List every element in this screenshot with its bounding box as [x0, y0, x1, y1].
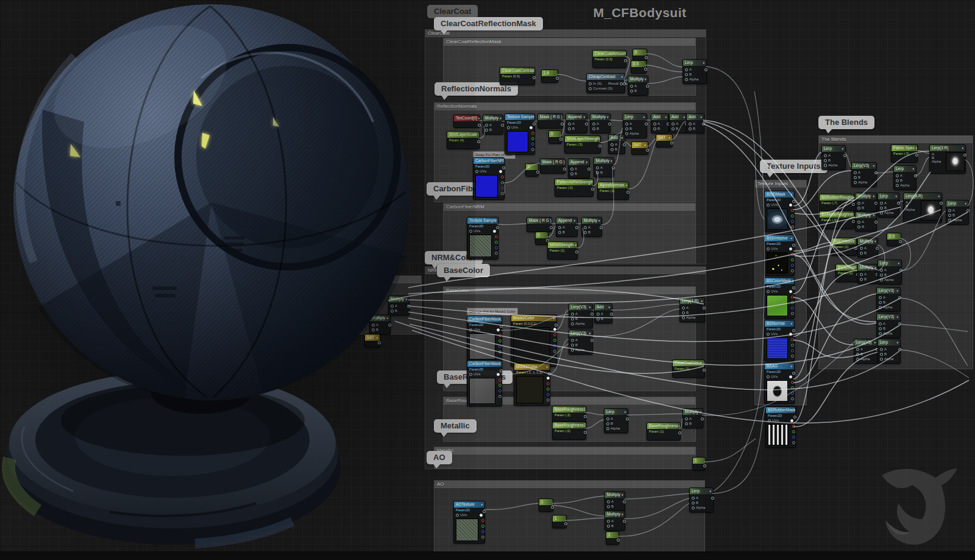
collapse-caret-icon[interactable]: ▾: [668, 135, 670, 141]
pin-b[interactable]: [791, 392, 794, 395]
collapse-caret-icon[interactable]: ▾: [665, 114, 667, 120]
output-pin[interactable]: [584, 415, 587, 418]
node-lerp-3-r[interactable]: Lerp(3 R)▾ABAlpha: [929, 144, 966, 174]
output-pin[interactable]: [500, 369, 503, 372]
output-pin[interactable]: [854, 247, 857, 250]
node-texture-sample[interactable]: Texture Sample▾Param2DUVs: [467, 217, 498, 260]
node-alphanormals[interactable]: AlphaNormals▾Param (1): [597, 182, 629, 200]
pin-r[interactable]: [791, 253, 794, 256]
output-pin[interactable]: [793, 416, 796, 419]
collapse-caret-icon[interactable]: ▾: [700, 114, 702, 120]
node-sat[interactable]: SAT▾: [631, 141, 648, 155]
comment-header[interactable]: Texture Inputs: [755, 180, 806, 188]
collapse-caret-icon[interactable]: ▾: [962, 145, 963, 151]
node-mock1color[interactable]: Mock1Color▾Param (.1,.1,.1,1): [514, 363, 550, 406]
node-1[interactable]: 1: [692, 457, 706, 470]
node-lerp[interactable]: Lerp▾ABAlpha: [878, 339, 901, 364]
collapse-caret-icon[interactable]: ▾: [608, 304, 610, 310]
node-0[interactable]: 0: [535, 232, 548, 245]
node-lerp-v3[interactable]: Lerp(V3)▾ABAlpha: [876, 287, 901, 312]
output-pin[interactable]: [966, 209, 970, 212]
node-lerp[interactable]: Lerp▾ABAlpha: [689, 487, 714, 512]
output-pin[interactable]: [898, 322, 901, 325]
node-multiply[interactable]: Multiply▾AB: [604, 511, 625, 531]
collapse-caret-icon[interactable]: ▾: [896, 288, 898, 294]
output-pin[interactable]: [703, 307, 706, 310]
node-bsnormal[interactable]: BSNormal▾Param (1): [835, 264, 859, 282]
node-mask-r-g[interactable]: Mask ( R G )▾: [537, 113, 563, 129]
collapse-caret-icon[interactable]: ▾: [790, 191, 792, 197]
output-pin[interactable]: [548, 372, 551, 375]
collapse-caret-icon[interactable]: ▾: [790, 321, 792, 327]
node-multiply[interactable]: Multiply▾AB: [628, 76, 648, 96]
output-pin[interactable]: [856, 273, 859, 276]
output-pin[interactable]: [551, 506, 554, 509]
material-preview-sphere[interactable]: [0, 0, 975, 560]
pin-r[interactable]: [498, 378, 502, 381]
output-pin[interactable]: [914, 174, 917, 177]
output-pin[interactable]: [585, 122, 588, 126]
collapse-caret-icon[interactable]: ▾: [621, 135, 623, 141]
output-pin[interactable]: [646, 149, 649, 152]
comment-header[interactable]: ReflectionNormals: [434, 103, 695, 110]
node-lerp[interactable]: Lerp▾ABAlpha: [623, 113, 647, 138]
comment-header[interactable]: CarbonFiberNRM: [444, 204, 695, 211]
output-pin[interactable]: [600, 226, 603, 229]
output-pin[interactable]: [626, 191, 629, 194]
pin-r[interactable]: [791, 296, 794, 299]
node-0-5[interactable]: 0.5: [887, 233, 901, 246]
node-0[interactable]: 0: [525, 163, 539, 177]
output-pin[interactable]: [546, 239, 549, 242]
collapse-caret-icon[interactable]: ▾: [703, 360, 704, 366]
pin-r[interactable]: [791, 209, 794, 212]
output-pin[interactable]: [646, 85, 649, 88]
output-pin[interactable]: [501, 124, 504, 127]
pin-g[interactable]: [791, 344, 794, 347]
node-carbonfibermask1[interactable]: CarbonFiberMask1▾Param2DUVs: [467, 360, 502, 406]
collapse-caret-icon[interactable]: ▾: [546, 364, 548, 370]
node-mock2color[interactable]: Mock2Color▾Param (0,0,0,1): [511, 314, 557, 367]
collapse-caret-icon[interactable]: ▾: [873, 163, 874, 169]
output-pin[interactable]: [626, 417, 629, 420]
output-pin[interactable]: [703, 464, 706, 467]
node-add[interactable]: Add▾AB: [608, 134, 625, 154]
node-multiply[interactable]: Multiply▾AB: [483, 115, 503, 135]
node-lerp[interactable]: Lerp▾ABAlpha: [893, 165, 916, 190]
collapse-caret-icon[interactable]: ▾: [701, 298, 703, 304]
collapse-caret-icon[interactable]: ▾: [874, 264, 876, 271]
node-bsao[interactable]: BSAO▾Param2DUVs: [764, 363, 795, 404]
collapse-caret-icon[interactable]: ▾: [645, 76, 647, 82]
node-bscolormask[interactable]: BSColorMask▾Param2DUVs: [764, 277, 795, 319]
pin-b[interactable]: [501, 186, 504, 190]
output-pin[interactable]: [502, 166, 505, 169]
node-texcoord-0[interactable]: TexCoord[0]▾: [453, 115, 480, 128]
node-append[interactable]: Append▾AB: [556, 217, 578, 237]
output-pin[interactable]: [852, 220, 855, 223]
output-pin[interactable]: [536, 171, 539, 174]
pin-g[interactable]: [498, 384, 502, 387]
pin-b[interactable]: [791, 349, 794, 352]
pin-b[interactable]: [791, 307, 794, 310]
pin-r[interactable]: [481, 519, 484, 522]
node-multiply[interactable]: Multiply▾AB: [682, 408, 703, 428]
node-carbonfibernrm[interactable]: CarbonFiberNRM▾Param2DUVs: [473, 157, 505, 200]
output-pin[interactable]: [533, 122, 536, 126]
node-sat[interactable]: SAT▾: [656, 134, 673, 147]
collapse-caret-icon[interactable]: ▾: [683, 114, 685, 120]
output-pin[interactable]: [678, 431, 681, 434]
output-pin[interactable]: [561, 122, 564, 126]
node-baseroughness[interactable]: BaseRoughness▾Param (1): [647, 422, 681, 441]
output-pin[interactable]: [852, 203, 855, 206]
node-nrmstrength[interactable]: NRMStrength▾Param (1): [547, 241, 578, 260]
output-pin[interactable]: [407, 305, 410, 308]
pin-a[interactable]: [791, 312, 794, 315]
node-multiply[interactable]: Multiply▾AB: [369, 314, 391, 335]
pin-a[interactable]: [495, 252, 498, 255]
output-pin[interactable]: [667, 122, 670, 126]
collapse-caret-icon[interactable]: ▾: [873, 212, 874, 218]
comment-header[interactable]: BaseColor: [444, 287, 695, 294]
collapse-caret-icon[interactable]: ▾: [703, 60, 704, 66]
node-bsrubbermask[interactable]: BSRubberMask▾Param2DUVs: [765, 406, 796, 448]
node-lerp[interactable]: Lerp▾ABAlpha: [821, 145, 846, 170]
output-pin[interactable]: [899, 240, 902, 243]
